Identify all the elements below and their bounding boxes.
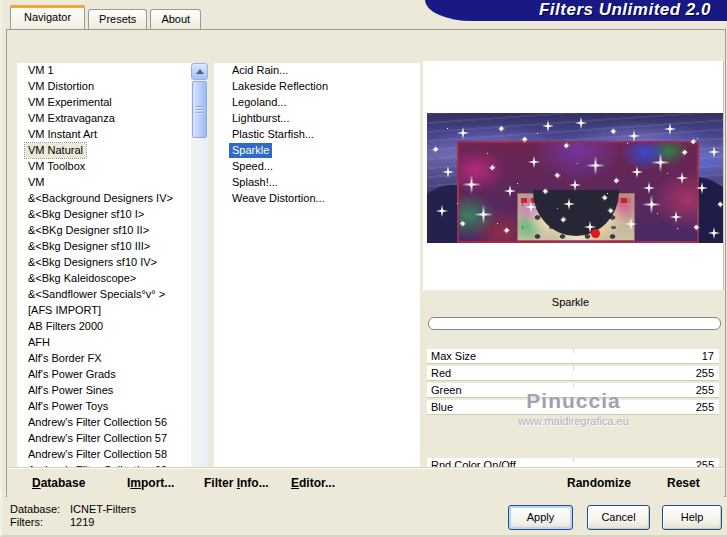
sparkle-star-icon (575, 117, 587, 129)
category-list-item[interactable]: &<Bkg Designer sf10 III> (17, 239, 191, 255)
parameter-label: Red (431, 366, 451, 380)
sparkle-star-icon (664, 123, 676, 135)
scrollbar-thumb[interactable] (192, 81, 207, 138)
randomize-button[interactable]: Randomize (567, 476, 631, 490)
slider-pointer (581, 485, 599, 493)
parameter-value: 255 (696, 400, 714, 414)
filter-list-item[interactable]: Lightburst... (214, 111, 420, 127)
cancel-button[interactable]: Cancel (587, 505, 650, 530)
sparkle-star-icon (610, 128, 617, 135)
filters-count-value: 1219 (70, 516, 94, 529)
title-banner: Filters Unlimited 2.0 (425, 0, 727, 21)
category-list-item[interactable]: Andrew's Filter Collection 58 (17, 447, 191, 463)
filters-unlimited-dialog: Navigator Presets About Filters Unlimite… (0, 0, 727, 537)
category-list-item[interactable]: VM 1 (17, 63, 191, 79)
preview-image[interactable] (427, 113, 723, 243)
category-list-item[interactable]: [AFS IMPORT] (17, 303, 191, 319)
sparkle-star-icon (542, 120, 554, 132)
progress-bar (428, 317, 721, 330)
category-list-item[interactable]: Andrew's Filter Collection 56 (17, 415, 191, 431)
navigator-panel: VM 1VM DistortionVM ExperimentalVM Extra… (5, 28, 726, 497)
sparkle-star-icon (498, 125, 505, 132)
parameter-slider[interactable]: Red 255 (427, 366, 719, 380)
parameter-value: 255 (696, 366, 714, 380)
filter-list: Acid Rain...Lakeside ReflectionLegoland.… (214, 63, 420, 492)
help-button[interactable]: Help (662, 505, 722, 530)
category-list-item[interactable]: &<Bkg Designer sf10 I> (17, 207, 191, 223)
scroll-up-button[interactable] (191, 63, 208, 80)
category-list-item[interactable]: &<Sandflower Specials°v° > (17, 287, 191, 303)
filter-list-item[interactable]: Plastic Starfish... (214, 127, 420, 143)
filter-info-button[interactable]: Filter Info... (204, 476, 269, 490)
filter-list-item[interactable]: Weave Distortion... (214, 191, 420, 207)
filter-list-item[interactable]: Acid Rain... (214, 63, 420, 79)
preview-area (423, 61, 724, 290)
category-list-item[interactable]: &<Bkg Kaleidoscope> (17, 271, 191, 287)
category-list-item[interactable]: VM Experimental (17, 95, 191, 111)
category-list-item[interactable]: VM Toolbox (17, 159, 191, 175)
filter-list-item[interactable]: Legoland... (214, 95, 420, 111)
filters-count-label: Filters: (10, 516, 70, 529)
collage-frame (457, 141, 699, 243)
category-scrollbar[interactable] (191, 63, 208, 492)
parameter-slider[interactable]: Green 255 (427, 383, 719, 397)
tab-bar: Navigator Presets About (10, 3, 201, 29)
category-list-item[interactable]: &<Bkg Designers sf10 IV> (17, 255, 191, 271)
filter-list-item[interactable]: Lakeside Reflection (214, 79, 420, 95)
app-title: Filters Unlimited 2.0 (425, 0, 727, 20)
collage-inner (517, 193, 635, 241)
star-dots (427, 113, 428, 114)
sparkle-star-icon (432, 146, 439, 153)
import-button[interactable]: Import... (127, 476, 174, 490)
filter-list-item[interactable]: Splash!... (214, 175, 420, 191)
category-list-item[interactable]: VM Natural (17, 143, 191, 159)
sparkle-star-icon (457, 127, 469, 139)
apply-button[interactable]: Apply (508, 505, 573, 530)
parameter-label: Green (431, 383, 462, 397)
category-list-item[interactable]: VM Instant Art (17, 127, 191, 143)
category-list-item[interactable]: VM Extravaganza (17, 111, 191, 127)
category-listbox: VM 1VM DistortionVM ExperimentalVM Extra… (17, 63, 208, 492)
parameter-value: 255 (696, 383, 714, 397)
chevron-up-icon (196, 69, 204, 74)
parameter-sliders: Max Size 17 Red 255 Green 255 Blue 255 (427, 349, 719, 417)
category-list-item[interactable]: VM Distortion (17, 79, 191, 95)
category-list-item[interactable]: VM (17, 175, 191, 191)
database-value: ICNET-Filters (70, 503, 136, 516)
editor-button[interactable]: Editor... (291, 476, 335, 490)
parameter-label: Blue (431, 400, 453, 414)
bottom-toolbar: Database Import... Filter Info... Editor… (7, 467, 724, 497)
tab-about[interactable]: About (150, 9, 201, 29)
category-list-item[interactable]: Alf's Power Grads (17, 367, 191, 383)
category-list-item[interactable]: &<Background Designers IV> (17, 191, 191, 207)
database-button[interactable]: Database (32, 476, 85, 490)
reset-button[interactable]: Reset (667, 476, 700, 490)
tab-navigator[interactable]: Navigator (10, 5, 85, 29)
parameter-label: Max Size (431, 349, 476, 363)
status-area: Database: ICNET-Filters Filters: 1219 (10, 503, 136, 529)
red-dot (591, 229, 600, 238)
category-list-item[interactable]: AFH (17, 335, 191, 351)
category-list: VM 1VM DistortionVM ExperimentalVM Extra… (17, 63, 191, 492)
category-list-item[interactable]: Alf's Power Sines (17, 383, 191, 399)
filter-list-item[interactable]: Sparkle (214, 143, 420, 159)
category-list-item[interactable]: &<BKg Designer sf10 II> (17, 223, 191, 239)
category-list-item[interactable]: Alf's Power Toys (17, 399, 191, 415)
parameter-slider[interactable]: Max Size 17 (427, 349, 719, 363)
filter-settings-panel: Sparkle Max Size 17 Red 255 Green 255 Bl… (423, 61, 724, 492)
sparkle-star-icon (708, 146, 720, 158)
database-label: Database: (10, 503, 70, 516)
parameter-value: 17 (702, 349, 714, 363)
filter-list-item[interactable]: Speed... (214, 159, 420, 175)
selected-filter-name: Sparkle (423, 292, 718, 313)
category-list-item[interactable]: Andrew's Filter Collection 57 (17, 431, 191, 447)
category-list-item[interactable]: Alf's Border FX (17, 351, 191, 367)
parameter-slider[interactable]: Blue 255 (427, 400, 719, 414)
sparkle-star-icon (442, 166, 454, 178)
category-list-item[interactable]: AB Filters 2000 (17, 319, 191, 335)
tab-presets[interactable]: Presets (88, 9, 147, 29)
